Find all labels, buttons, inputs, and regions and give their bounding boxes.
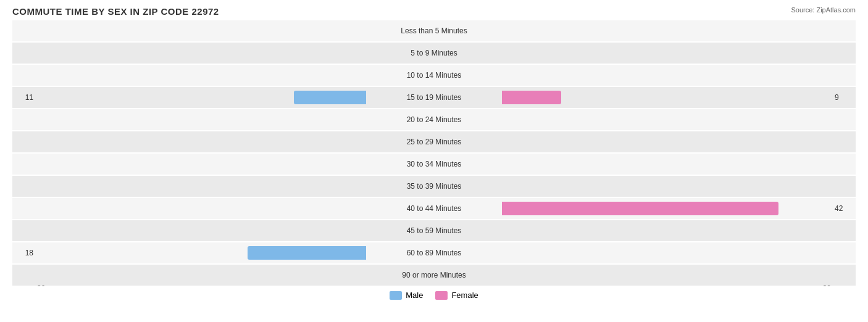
row-label: 30 to 34 Minutes: [366, 160, 502, 168]
bars-wrapper: 5 to 9 Minutes: [37, 43, 831, 64]
table-row: Less than 5 Minutes: [12, 20, 856, 41]
left-half: [37, 113, 366, 126]
chart-title: COMMUTE TIME BY SEX IN ZIP CODE 22972: [12, 6, 856, 17]
left-half: [37, 157, 366, 171]
table-row: 10 to 14 Minutes: [12, 65, 856, 86]
row-label: 10 to 14 Minutes: [366, 71, 502, 80]
left-half: [37, 24, 366, 38]
right-half: [502, 180, 831, 193]
left-half: [37, 246, 366, 260]
bars-wrapper: 25 to 29 Minutes: [37, 131, 831, 152]
right-half: [502, 157, 831, 171]
male-bar: [294, 91, 366, 104]
table-row: 18 60 to 89 Minutes: [12, 242, 856, 263]
female-bar: [502, 91, 561, 104]
table-row: 45 to 59 Minutes: [12, 220, 856, 241]
row-label: 60 to 89 Minutes: [366, 249, 502, 257]
left-half: [37, 68, 366, 82]
female-swatch: [435, 291, 448, 300]
right-half: [502, 268, 831, 282]
right-half: [502, 246, 831, 260]
table-row: 35 to 39 Minutes: [12, 176, 856, 197]
right-half: [502, 113, 831, 126]
row-label: Less than 5 Minutes: [366, 27, 502, 35]
female-label: Female: [451, 291, 478, 300]
table-row: 20 to 24 Minutes: [12, 109, 856, 130]
bars-wrapper: 45 to 59 Minutes: [37, 220, 831, 241]
right-half: [502, 91, 831, 104]
female-value: 42: [831, 204, 856, 213]
bars-wrapper: 90 or more Minutes: [37, 265, 831, 286]
table-row: 40 to 44 Minutes 42: [12, 198, 856, 219]
right-half: [502, 135, 831, 149]
bars-wrapper: 30 to 34 Minutes: [37, 154, 831, 175]
row-label: 25 to 29 Minutes: [366, 138, 502, 146]
left-half: [37, 46, 366, 60]
source-label: Source: ZipAtlas.com: [791, 6, 856, 14]
left-half: [37, 135, 366, 149]
left-half: [37, 91, 366, 104]
bars-wrapper: Less than 5 Minutes: [37, 20, 831, 41]
legend-female: Female: [435, 291, 478, 300]
table-row: 90 or more Minutes: [12, 265, 856, 286]
table-row: 11 15 to 19 Minutes 9: [12, 87, 856, 108]
male-label: Male: [406, 291, 423, 300]
row-label: 40 to 44 Minutes: [366, 204, 502, 213]
row-label: 35 to 39 Minutes: [366, 182, 502, 191]
bars-wrapper: 60 to 89 Minutes: [37, 242, 831, 263]
row-label: 20 to 24 Minutes: [366, 115, 502, 124]
left-half: [37, 180, 366, 193]
row-label: 45 to 59 Minutes: [366, 226, 502, 235]
female-bar: [502, 202, 778, 215]
chart-container: COMMUTE TIME BY SEX IN ZIP CODE 22972 So…: [0, 0, 868, 322]
bars-wrapper: 10 to 14 Minutes: [37, 65, 831, 86]
right-half: [502, 202, 831, 215]
left-half: [37, 224, 366, 237]
left-half: [37, 268, 366, 282]
table-row: 5 to 9 Minutes: [12, 43, 856, 64]
table-row: 30 to 34 Minutes: [12, 154, 856, 175]
legend-male: Male: [390, 291, 423, 300]
right-half: [502, 46, 831, 60]
left-half: [37, 202, 366, 215]
male-value: 11: [12, 93, 37, 102]
bars-wrapper: 20 to 24 Minutes: [37, 109, 831, 130]
right-half: [502, 24, 831, 38]
bars-wrapper: 35 to 39 Minutes: [37, 176, 831, 197]
male-swatch: [390, 291, 402, 300]
female-value: 9: [831, 93, 856, 102]
bars-wrapper: 40 to 44 Minutes: [37, 198, 831, 219]
male-bar: [248, 246, 366, 260]
male-value: 18: [12, 249, 37, 257]
chart-area: Less than 5 Minutes 5 to 9 Minutes: [12, 20, 856, 279]
row-label: 5 to 9 Minutes: [366, 49, 502, 57]
legend: Male Female: [12, 291, 856, 300]
row-label: 90 or more Minutes: [366, 271, 502, 279]
row-label: 15 to 19 Minutes: [366, 93, 502, 102]
right-half: [502, 224, 831, 237]
table-row: 25 to 29 Minutes: [12, 131, 856, 152]
bars-wrapper: 15 to 19 Minutes: [37, 87, 831, 108]
right-half: [502, 68, 831, 82]
